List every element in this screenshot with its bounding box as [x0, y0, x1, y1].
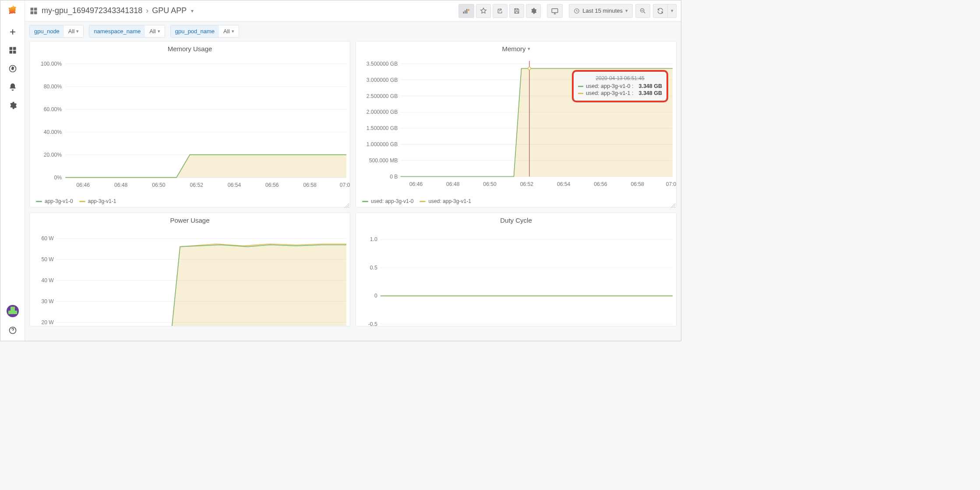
star-button[interactable]	[476, 4, 491, 18]
svg-text:50 W: 50 W	[41, 256, 54, 262]
breadcrumb: my-gpu_1694972343341318 › GPU APP ▾	[29, 6, 194, 15]
svg-text:2.000000 GB: 2.000000 GB	[367, 109, 398, 115]
svg-text:06:46: 06:46	[77, 182, 90, 188]
legend-item[interactable]: used: app-3g-v1-1	[419, 198, 471, 204]
variable-label[interactable]: namespace_name	[89, 25, 145, 37]
variable-namespace-name: namespace_name All▾	[89, 25, 165, 38]
chevron-down-icon: ▾	[158, 28, 160, 34]
legend-item[interactable]: used: app-3g-v1-0	[362, 198, 413, 204]
panel-memory: Memory▾ 3.500000 GB	[356, 41, 677, 207]
svg-text:40 W: 40 W	[41, 277, 54, 284]
svg-text:0 B: 0 B	[390, 173, 398, 179]
time-range-button[interactable]: Last 15 minutes ▾	[569, 4, 633, 18]
configuration-icon[interactable]	[7, 100, 18, 111]
svg-rect-8	[31, 11, 34, 14]
explore-icon[interactable]	[7, 63, 18, 74]
variable-label[interactable]: gpu_pod_name	[171, 25, 219, 37]
svg-text:06:58: 06:58	[303, 182, 316, 188]
time-range-label: Last 15 minutes	[582, 7, 623, 14]
sidebar	[0, 0, 25, 341]
svg-text:2.500000 GB: 2.500000 GB	[367, 93, 398, 99]
svg-text:06:54: 06:54	[228, 182, 241, 188]
svg-rect-12	[466, 9, 467, 14]
breadcrumb-title[interactable]: GPU APP	[152, 6, 187, 15]
settings-button[interactable]	[526, 4, 541, 18]
svg-rect-11	[465, 10, 465, 14]
zoom-out-button[interactable]	[635, 4, 650, 18]
tooltip-row: used: app-3g-v1-0 : 3.348 GB	[578, 83, 662, 89]
svg-text:100.00%: 100.00%	[41, 61, 62, 67]
variable-label[interactable]: gpu_node	[30, 25, 64, 37]
svg-rect-10	[463, 11, 464, 14]
svg-text:06:46: 06:46	[409, 181, 423, 187]
dashboard-icon[interactable]	[29, 7, 38, 15]
svg-text:06:52: 06:52	[520, 181, 533, 187]
chevron-down-icon: ▾	[528, 46, 530, 52]
svg-text:1.0: 1.0	[370, 236, 377, 242]
svg-rect-3	[13, 51, 16, 54]
help-icon[interactable]	[7, 325, 18, 336]
svg-text:06:50: 06:50	[483, 181, 496, 187]
tooltip-timestamp: 2020-04-13 06:51:45	[578, 75, 662, 81]
share-button[interactable]	[493, 4, 508, 18]
alerting-icon[interactable]	[7, 82, 18, 92]
resize-handle[interactable]	[345, 202, 349, 206]
svg-text:06:54: 06:54	[557, 181, 570, 187]
dashboard-dropdown-icon[interactable]: ▾	[191, 8, 194, 14]
svg-text:20 W: 20 W	[41, 319, 54, 326]
breadcrumb-separator: ›	[146, 6, 148, 15]
svg-text:0%: 0%	[54, 175, 62, 181]
variable-bar: gpu_node All▾ namespace_name All▾ gpu_po…	[25, 21, 681, 41]
legend-item[interactable]: app-3g-v1-0	[36, 198, 73, 204]
add-panel-button[interactable]	[458, 4, 474, 18]
refresh-button[interactable]	[653, 4, 668, 18]
svg-text:60.00%: 60.00%	[44, 106, 62, 112]
refresh-interval-button[interactable]: ▾	[668, 4, 677, 18]
svg-text:06:58: 06:58	[631, 181, 644, 187]
resize-handle[interactable]	[671, 202, 675, 206]
svg-text:30 W: 30 W	[41, 298, 54, 304]
panel-title[interactable]: Duty Cycle	[356, 213, 676, 226]
panel-title[interactable]: Memory▾	[356, 42, 676, 54]
svg-text:60 W: 60 W	[41, 235, 54, 242]
user-avatar[interactable]	[7, 305, 19, 317]
panel-power-usage: Power Usage 60 W 50 W 40 W 30 W	[29, 213, 350, 326]
svg-rect-7	[34, 7, 37, 10]
svg-text:06:56: 06:56	[265, 182, 278, 188]
svg-text:1.000000 GB: 1.000000 GB	[367, 141, 398, 147]
variable-gpu-pod-name: gpu_pod_name All▾	[170, 25, 239, 38]
svg-text:06:48: 06:48	[446, 181, 459, 187]
save-button[interactable]	[509, 4, 524, 18]
svg-text:0: 0	[374, 293, 377, 299]
panel-title[interactable]: Memory Usage	[30, 42, 350, 54]
svg-text:06:48: 06:48	[114, 182, 127, 188]
create-icon[interactable]	[7, 27, 18, 37]
legend-item[interactable]: app-3g-v1-1	[79, 198, 116, 204]
cycle-view-button[interactable]	[547, 4, 563, 18]
tooltip-row: used: app-3g-v1-1 : 3.348 GB	[578, 90, 662, 96]
svg-text:06:56: 06:56	[594, 181, 607, 187]
svg-rect-6	[31, 7, 34, 10]
svg-text:3.000000 GB: 3.000000 GB	[367, 77, 398, 83]
panel-title[interactable]: Power Usage	[30, 213, 350, 226]
dashboards-icon[interactable]	[7, 45, 18, 56]
svg-text:06:50: 06:50	[152, 182, 165, 188]
variable-value-dropdown[interactable]: All▾	[145, 25, 164, 37]
variable-value-dropdown[interactable]: All▾	[219, 25, 238, 37]
svg-text:3.500000 GB: 3.500000 GB	[367, 61, 398, 67]
chart-tooltip: 2020-04-13 06:51:45 used: app-3g-v1-0 : …	[572, 70, 668, 102]
svg-text:07:00: 07:00	[340, 182, 350, 188]
chevron-down-icon: ▾	[76, 28, 79, 34]
grafana-logo[interactable]	[7, 5, 19, 19]
svg-rect-2	[9, 51, 12, 54]
svg-text:500.000 MB: 500.000 MB	[369, 158, 398, 164]
svg-text:40.00%: 40.00%	[44, 129, 62, 135]
variable-value-dropdown[interactable]: All▾	[64, 25, 83, 37]
svg-rect-0	[9, 47, 12, 50]
svg-text:06:52: 06:52	[190, 182, 203, 188]
topbar: my-gpu_1694972343341318 › GPU APP ▾ Last…	[25, 0, 681, 21]
svg-text:80.00%: 80.00%	[44, 84, 62, 90]
svg-rect-1	[13, 47, 16, 50]
breadcrumb-folder[interactable]: my-gpu_1694972343341318	[42, 6, 142, 15]
chevron-down-icon: ▾	[232, 28, 234, 34]
